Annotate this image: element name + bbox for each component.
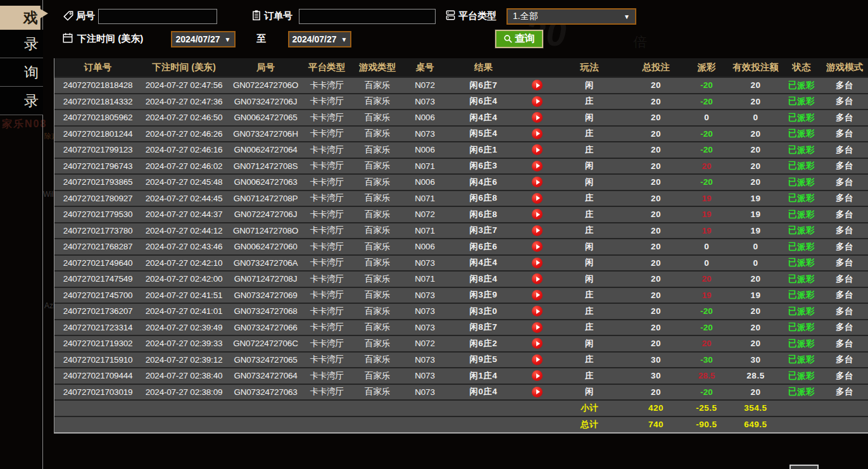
platform-select[interactable]: 1.全部 ▼ — [506, 8, 636, 25]
play-video-button[interactable] — [532, 128, 543, 139]
table-row: 2407270217737802024-07-27 02:44:12GN0712… — [54, 223, 868, 239]
cell-video — [523, 384, 551, 401]
cell-status: 已派彩 — [783, 239, 821, 255]
table-row: 2407270217795302024-07-27 02:44:37GN0722… — [54, 206, 868, 223]
cell-table-no: N072 — [406, 77, 444, 94]
cell-total-bet: 30 — [627, 352, 684, 368]
cell-round-id: GN0712472708J — [227, 271, 305, 287]
subtotal-total-bet: 420 — [627, 400, 684, 416]
table-body: 2407270218184282024-07-27 02:47:56GN0722… — [54, 77, 868, 400]
cell-total-bet: 20 — [627, 77, 684, 94]
table-row: 2407270217159102024-07-27 02:39:12GN0732… — [54, 352, 868, 368]
cell-result: 闲6庄6 — [444, 239, 523, 255]
cell-bet-time: 2024-07-27 02:45:48 — [141, 174, 227, 191]
cell-play-type: 庄 — [551, 320, 627, 336]
tag-icon — [63, 10, 74, 22]
play-video-button[interactable] — [532, 258, 543, 268]
play-video-button[interactable] — [532, 354, 543, 365]
cell-play-type: 闲 — [551, 109, 627, 126]
play-video-button[interactable] — [532, 370, 543, 381]
play-video-button[interactable] — [532, 161, 543, 172]
cell-mode: 多台 — [821, 303, 868, 320]
cell-table-no: N073 — [406, 320, 444, 336]
table-row: 2407270217475492024-07-27 02:42:00GN0712… — [54, 271, 868, 287]
pagination-button-partial[interactable] — [789, 465, 819, 469]
cell-valid-bet: 19 — [729, 206, 783, 223]
cell-play-type: 庄 — [551, 368, 627, 384]
cell-platform: 卡卡湾厅 — [305, 239, 349, 255]
cell-game-type: 百家乐 — [349, 142, 406, 158]
cell-order-id: 240727021723314 — [54, 320, 141, 336]
chevron-down-icon: ▼ — [624, 13, 630, 20]
cell-status: 已派彩 — [783, 206, 821, 223]
cell-order-id: 240727021799123 — [54, 142, 141, 158]
cell-platform: 卡卡湾厅 — [305, 352, 349, 368]
play-video-button[interactable] — [532, 80, 543, 91]
play-video-button[interactable] — [532, 338, 543, 349]
play-video-button[interactable] — [532, 241, 543, 252]
play-icon — [536, 244, 540, 249]
header-total-bet: 总投注 — [627, 58, 684, 77]
play-video-button[interactable] — [532, 96, 543, 107]
bet-time-filter-label: 下注时间 (美东) — [77, 33, 143, 45]
cell-round-id: GN07324727063 — [227, 384, 305, 401]
table-row: 2407270217938652024-07-27 02:45:48GN0062… — [54, 174, 868, 191]
cell-payout: -20 — [684, 320, 729, 336]
play-video-button[interactable] — [532, 177, 543, 187]
cell-total-bet: 20 — [627, 109, 684, 126]
play-icon — [536, 357, 540, 362]
cell-platform: 卡卡湾厅 — [305, 384, 349, 401]
cell-result: 闲6庄7 — [444, 77, 523, 94]
cell-bet-time: 2024-07-27 02:44:12 — [141, 223, 227, 239]
play-video-button[interactable] — [532, 112, 543, 123]
cell-result: 闲6庄2 — [444, 335, 523, 352]
cell-order-id: 240727021773780 — [54, 223, 141, 239]
cell-game-type: 百家乐 — [349, 109, 406, 126]
cell-payout: -20 — [684, 303, 729, 320]
table-row: 2407270217967432024-07-27 02:46:02GN0712… — [54, 158, 868, 175]
cell-game-type: 百家乐 — [349, 368, 406, 384]
sidebar-item-record-2[interactable]: 录 — [0, 87, 43, 115]
cell-round-id: GN0722472706C — [227, 335, 305, 352]
table-row: 2407270217809272024-07-27 02:44:45GN0712… — [54, 191, 868, 207]
date-from-picker[interactable]: 2024/07/27 ▼ — [171, 31, 236, 47]
cell-payout: 28.5 — [684, 368, 729, 384]
play-video-button[interactable] — [532, 290, 543, 301]
query-button[interactable]: 查询 — [495, 30, 543, 48]
cell-payout: 0 — [684, 109, 729, 126]
cell-mode: 多台 — [821, 191, 868, 207]
cell-order-id: 240727021747549 — [54, 271, 141, 287]
table-row: 2407270217496402024-07-27 02:42:10GN0732… — [54, 255, 868, 272]
play-video-button[interactable] — [532, 193, 543, 204]
cell-table-no: N006 — [406, 174, 444, 191]
table-row: 2407270218059622024-07-27 02:46:50GN0062… — [54, 109, 868, 126]
cell-bet-time: 2024-07-27 02:39:33 — [141, 335, 227, 352]
play-video-button[interactable] — [532, 209, 543, 220]
query-button-label: 查询 — [515, 32, 535, 46]
sidebar-item-record-1[interactable]: 录 — [0, 30, 43, 58]
cell-bet-time: 2024-07-27 02:44:37 — [141, 206, 227, 223]
play-video-button[interactable] — [532, 387, 543, 397]
cell-mode: 多台 — [821, 352, 868, 368]
cell-order-id: 240727021703019 — [54, 384, 141, 401]
play-video-button[interactable] — [532, 273, 543, 284]
cell-order-id: 240727021749640 — [54, 255, 141, 272]
subtotal-payout: -25.5 — [684, 400, 729, 416]
cell-valid-bet: 0 — [729, 255, 783, 272]
play-video-button[interactable] — [532, 322, 543, 333]
play-video-button[interactable] — [532, 144, 543, 155]
cell-result: 闲6庄1 — [444, 142, 523, 158]
grand-total-valid-bet: 649.5 — [729, 416, 783, 433]
cell-game-type: 百家乐 — [349, 223, 406, 239]
grand-total-total-bet: 740 — [627, 416, 684, 433]
cell-mode: 多台 — [821, 142, 868, 158]
play-video-button[interactable] — [532, 225, 543, 236]
round-input[interactable] — [98, 9, 217, 24]
cell-round-id: GN0712472708O — [227, 223, 305, 239]
sidebar-item-game[interactable]: 戏 — [0, 6, 48, 30]
sidebar-item-query[interactable]: 询 — [0, 58, 43, 87]
order-input[interactable] — [299, 9, 436, 24]
cell-result: 闲8庄4 — [444, 271, 523, 287]
play-video-button[interactable] — [532, 306, 543, 316]
date-to-picker[interactable]: 2024/07/27 ▼ — [288, 31, 351, 47]
